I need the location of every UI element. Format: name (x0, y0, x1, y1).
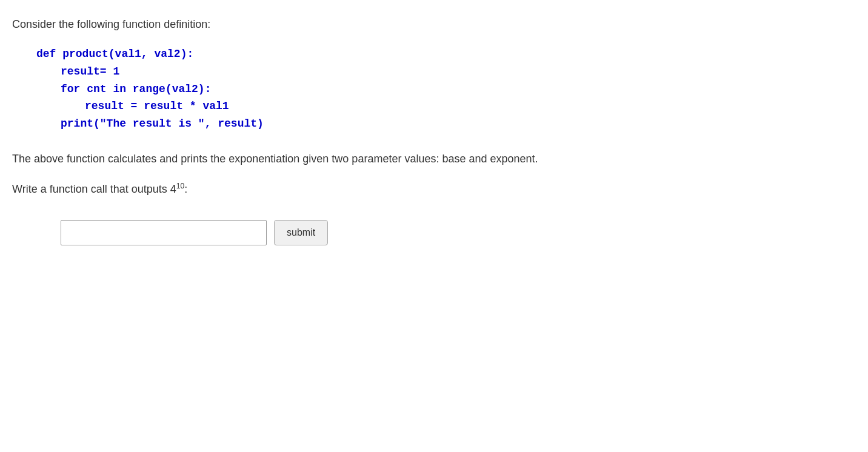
code-line-4: result = result * val1 (85, 98, 856, 115)
prompt-text-after: : (184, 183, 187, 195)
answer-input[interactable] (61, 220, 267, 245)
prompt-text-before: Write a function call that outputs 4 (12, 183, 176, 195)
code-line-2: result= 1 (61, 63, 856, 81)
code-line-5: print("The result is ", result) (61, 115, 856, 133)
prompt-superscript: 10 (176, 182, 184, 190)
input-area: submit (61, 220, 856, 245)
code-line-3: for cnt in range(val2): (61, 81, 856, 98)
code-line-1: def product(val1, val2): (36, 45, 856, 63)
code-block: def product(val1, val2): result= 1 for c… (36, 45, 856, 133)
description-text: The above function calculates and prints… (12, 151, 856, 167)
question-intro: Consider the following function definiti… (12, 18, 856, 31)
submit-button[interactable]: submit (274, 220, 328, 245)
function-call-prompt: Write a function call that outputs 410: (12, 182, 856, 196)
